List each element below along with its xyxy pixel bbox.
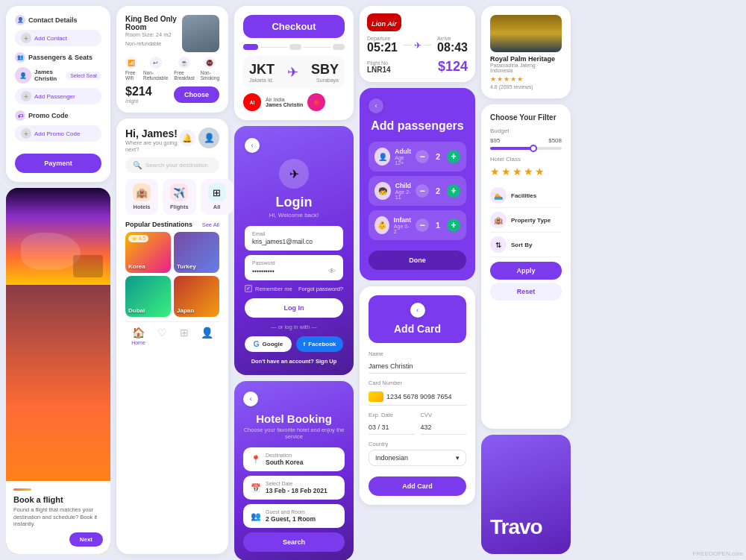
apply-button[interactable]: Apply — [490, 262, 562, 280]
destination-korea[interactable]: Korea ⭐ 4.5 — [125, 232, 171, 273]
search-placeholder: Search your destination — [145, 162, 208, 169]
date-field[interactable]: 📅 Select Date 13 Feb - 18 Feb 2021 — [243, 476, 345, 500]
sort-label: Sort By — [511, 242, 532, 248]
facilities-filter-item[interactable]: 🏊 Facilities — [490, 183, 562, 208]
add-promo-button[interactable]: + Add Promo Code — [15, 125, 101, 142]
back-button-card[interactable]: ‹ — [410, 303, 425, 318]
filter-star-2[interactable]: ★ — [501, 166, 511, 177]
budget-filter: Budget $95 $508 — [490, 128, 562, 150]
sort-filter-item[interactable]: ⇅ Sort By — [490, 233, 562, 257]
travo-card: Travo — [481, 435, 571, 554]
signup-link[interactable]: Sign Up — [316, 358, 336, 365]
nav-home[interactable]: 🏠 Home — [131, 327, 145, 345]
property-filter-item[interactable]: 🏨 Property Type — [490, 208, 562, 233]
property-icon: 🏨 — [490, 212, 507, 228]
add-card-button[interactable]: Add Card — [369, 476, 466, 496]
property-label: Property Type — [511, 217, 551, 224]
reviews-count: 4.8 (2695 reviews) — [490, 84, 562, 89]
stars-row: ★ ★ ★ ★ ★ — [490, 75, 562, 83]
google-login-button[interactable]: G Google — [245, 336, 292, 352]
see-all-link[interactable]: See All — [202, 221, 219, 228]
category-flights[interactable]: ✈️ Flights — [163, 179, 196, 215]
password-value: •••••••••• — [252, 268, 275, 275]
star-rating-filter[interactable]: ★ ★ ★ ★ ★ — [490, 166, 562, 177]
remember-checkbox[interactable]: ✓ — [245, 285, 252, 292]
star-5: ★ — [517, 75, 523, 83]
nav-favorites[interactable]: ♡ — [157, 327, 167, 345]
chip-icon — [369, 391, 383, 402]
per-night-label: /night — [125, 98, 152, 104]
checkout-title: Checkout — [272, 21, 316, 32]
infant-minus[interactable]: − — [416, 218, 429, 232]
email-label: Email — [252, 231, 336, 236]
slider-thumb[interactable] — [530, 145, 537, 152]
destination-turkey[interactable]: Turkey — [174, 232, 219, 273]
destination-japan[interactable]: Japan — [174, 276, 219, 317]
facilities-label: Facilities — [511, 192, 536, 199]
infant-plus[interactable]: + — [447, 218, 460, 232]
hotel-price: $214 — [125, 85, 152, 98]
dest-japan-img: Japan — [174, 276, 219, 317]
hotel-preview-image — [490, 15, 562, 52]
guest-field[interactable]: 👥 Guest and Room 2 Guest, 1 Room — [243, 504, 345, 528]
add-contact-button[interactable]: + Add Contact — [15, 30, 101, 46]
remember-row: ✓ Remember me Forgot password? — [245, 285, 343, 292]
filter-title: Choose Your Filter — [490, 113, 562, 122]
category-hotels[interactable]: 🏨 Hotels — [125, 179, 158, 215]
filter-star-5[interactable]: ★ — [535, 166, 545, 177]
login-button[interactable]: Log In — [245, 298, 343, 318]
dest-city: Surabaya — [311, 78, 339, 83]
star-4: ★ — [510, 75, 516, 83]
hotel-class-label: Hotel Class — [490, 156, 562, 163]
reset-button[interactable]: Reset — [490, 283, 562, 301]
home-icon: 🏠 — [132, 327, 145, 339]
destination-content: Destination South Korea — [266, 453, 337, 466]
budget-slider[interactable] — [490, 147, 562, 150]
back-button-hotel[interactable]: ‹ — [243, 391, 258, 406]
infant-info: Infant Age 0-2 — [394, 216, 411, 234]
back-button[interactable]: ‹ — [245, 138, 260, 153]
payment-button[interactable]: Payment — [15, 154, 101, 173]
nav-profile[interactable]: 👤 — [201, 327, 213, 345]
select-seat-button[interactable]: Select Seat — [66, 72, 101, 80]
child-minus[interactable]: − — [416, 184, 429, 198]
search-bar[interactable]: 🔍 Search your destination — [125, 157, 219, 173]
facebook-login-button[interactable]: f Facebook — [296, 336, 343, 352]
filter-star-1[interactable]: ★ — [490, 166, 500, 177]
child-plus[interactable]: + — [447, 184, 460, 198]
next-button[interactable]: Next — [69, 532, 103, 547]
child-count: 2 — [433, 186, 443, 195]
filter-star-3[interactable]: ★ — [513, 166, 522, 177]
email-field[interactable]: Email kris_james1@mail.co — [245, 226, 343, 251]
country-select[interactable]: Indonesian ▾ — [369, 450, 466, 466]
bell-icon[interactable]: 🔔 — [179, 130, 195, 146]
back-button-pass[interactable]: ‹ — [369, 98, 383, 113]
step-2 — [289, 44, 301, 50]
filter-star-4[interactable]: ★ — [524, 166, 533, 177]
add-passengers-title: Add passengers — [369, 119, 466, 133]
destination-field[interactable]: 📍 Destination South Korea — [243, 447, 345, 471]
plus-icon: + — [21, 128, 31, 139]
amenity-wifi: 📶 Free Wifi — [125, 57, 137, 81]
nav-bookings[interactable]: ⊞ — [180, 327, 189, 345]
hotel-preview-location: Paramadina Jateng · Indonesia — [490, 63, 562, 73]
forgot-password-link[interactable]: Forgot password? — [298, 286, 343, 292]
dest-dubai-img: Dubai — [125, 276, 171, 317]
step-3 — [333, 44, 345, 50]
passenger-name: James Christin — [266, 102, 303, 107]
add-passenger-button[interactable]: + Add Passenger — [15, 88, 101, 104]
passengers-section-title: 👥 Passengers & Seats — [15, 52, 101, 63]
star-1: ★ — [490, 75, 496, 83]
search-hotels-button[interactable]: Search — [243, 532, 345, 552]
done-button[interactable]: Done — [369, 251, 466, 270]
search-icon: 🔍 — [133, 161, 142, 169]
adult-icon: 👤 — [374, 148, 390, 166]
category-all[interactable]: ⊞ All — [201, 179, 233, 215]
adult-plus[interactable]: + — [447, 150, 460, 163]
eye-icon[interactable]: 👁 — [328, 267, 336, 275]
destination-dubai[interactable]: Dubai — [125, 276, 171, 317]
child-icon: 🧒 — [374, 182, 391, 200]
choose-button[interactable]: Choose — [174, 86, 219, 103]
adult-minus[interactable]: − — [416, 150, 429, 163]
password-field[interactable]: Password •••••••••• 👁 — [245, 255, 343, 280]
